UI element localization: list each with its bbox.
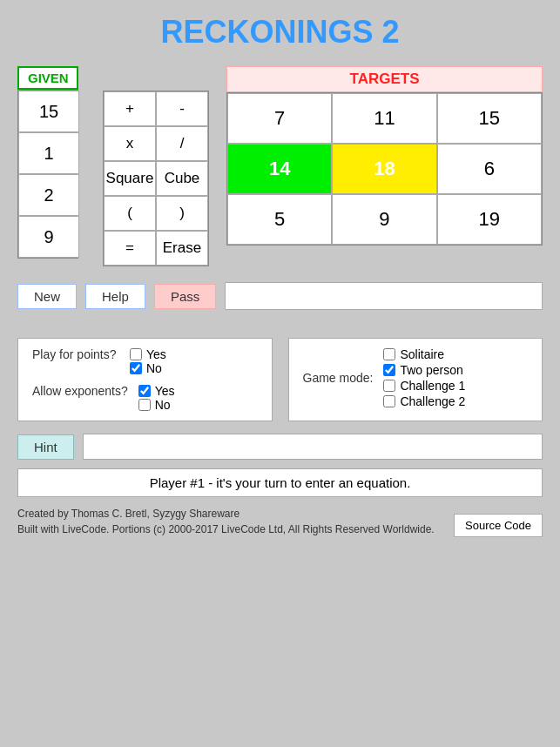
options-row: Play for points? Yes No Allow exponents? [17, 338, 543, 421]
exp-checkboxes: Yes No [138, 384, 175, 412]
op-minus[interactable]: - [156, 91, 208, 126]
op-square[interactable]: Square [104, 161, 156, 196]
targets-label: TARGETS [226, 66, 543, 92]
op-erase[interactable]: Erase [156, 231, 208, 266]
mode-solitaire-label: Solitaire [400, 347, 444, 361]
mode-solitaire-checkbox[interactable] [383, 348, 395, 360]
footer-text: Created by Thomas C. Bretl, Syzygy Share… [17, 506, 435, 537]
target-cell-2[interactable]: 15 [437, 93, 542, 144]
left-option-box: Play for points? Yes No Allow exponents? [17, 338, 273, 421]
mode-two-person-checkbox[interactable] [383, 364, 395, 376]
exp-no-label: No [155, 398, 171, 412]
operators-section: + - x / Square Cube ( ) = Erase [103, 91, 209, 266]
target-cell-7[interactable]: 9 [332, 194, 436, 245]
footer-line1: Created by Thomas C. Bretl, Syzygy Share… [17, 506, 435, 522]
game-mode-label: Game mode: [303, 371, 374, 385]
hint-button[interactable]: Hint [17, 434, 74, 460]
exp-no-checkbox[interactable] [138, 399, 151, 411]
given-section: GIVEN 15 1 2 9 [17, 66, 78, 259]
hint-input[interactable] [83, 434, 543, 460]
op-divide[interactable]: / [156, 126, 208, 161]
given-cell-3: 9 [18, 216, 79, 258]
play-yes-checkbox[interactable] [130, 348, 142, 360]
app-title: RECKONINGS 2 [17, 14, 543, 50]
buttons-row: New Help Pass [17, 282, 543, 310]
pass-button[interactable]: Pass [154, 284, 216, 309]
allow-exponents-group: Allow exponents? Yes No [32, 384, 258, 412]
op-open-paren[interactable]: ( [104, 196, 156, 231]
right-option-box: Game mode: Solitaire Two person Challeng… [288, 338, 543, 421]
mode-two-person-label: Two person [400, 363, 462, 377]
op-plus[interactable]: + [104, 91, 156, 126]
targets-section: TARGETS 7 11 15 14 18 6 5 9 19 [226, 66, 543, 246]
new-button[interactable]: New [17, 284, 77, 309]
target-cell-4[interactable]: 18 [332, 144, 436, 194]
mode-two-person-row: Two person [383, 363, 465, 377]
op-equals[interactable]: = [104, 231, 156, 266]
targets-grid: 7 11 15 14 18 6 5 9 19 [226, 92, 543, 246]
exp-no-row: No [138, 398, 175, 412]
mode-solitaire-row: Solitaire [383, 347, 465, 361]
exp-yes-checkbox[interactable] [138, 385, 151, 397]
target-cell-8[interactable]: 19 [437, 194, 542, 245]
play-no-row: No [130, 361, 166, 375]
target-cell-5[interactable]: 6 [437, 144, 542, 194]
op-multiply[interactable]: x [104, 126, 156, 161]
allow-exponents-label: Allow exponents? [32, 384, 128, 398]
play-for-points-group: Play for points? Yes No [32, 347, 258, 375]
play-yes-row: Yes [130, 347, 166, 361]
mode-challenge1-label: Challenge 1 [400, 379, 465, 393]
exp-yes-label: Yes [155, 384, 175, 398]
help-button[interactable]: Help [85, 284, 145, 309]
target-cell-0[interactable]: 7 [227, 93, 332, 144]
given-cell-2: 2 [18, 174, 79, 216]
mode-challenge2-label: Challenge 2 [400, 394, 465, 408]
footer: Created by Thomas C. Bretl, Syzygy Share… [17, 506, 543, 537]
mode-challenge1-checkbox[interactable] [383, 380, 395, 392]
equation-input[interactable] [225, 282, 543, 310]
play-no-label: No [146, 361, 162, 375]
target-cell-6[interactable]: 5 [227, 194, 332, 245]
play-checkboxes: Yes No [130, 347, 166, 375]
mode-challenge2-row: Challenge 2 [383, 394, 465, 408]
play-yes-label: Yes [146, 347, 166, 361]
play-no-checkbox[interactable] [130, 362, 142, 374]
given-cell-1: 1 [18, 132, 79, 174]
op-close-paren[interactable]: ) [156, 196, 208, 231]
footer-line2: Built with LiveCode. Portions (c) 2000-2… [17, 522, 435, 537]
given-cell-0: 15 [18, 91, 79, 132]
target-cell-3[interactable]: 14 [227, 144, 332, 194]
op-cube[interactable]: Cube [156, 161, 208, 196]
status-bar: Player #1 - it's your turn to enter an e… [17, 468, 543, 497]
mode-challenge2-checkbox[interactable] [383, 395, 395, 407]
source-code-button[interactable]: Source Code [454, 514, 543, 537]
exp-yes-row: Yes [138, 384, 175, 398]
given-label: GIVEN [17, 66, 78, 90]
mode-challenge1-row: Challenge 1 [383, 379, 465, 393]
game-mode-options: Solitaire Two person Challenge 1 Challen… [383, 347, 465, 408]
given-cells: 15 1 2 9 [17, 90, 78, 259]
target-cell-1[interactable]: 11 [332, 93, 436, 144]
hint-row: Hint [17, 434, 543, 460]
operators-grid: + - x / Square Cube ( ) = Erase [103, 91, 209, 266]
play-for-points-label: Play for points? [32, 347, 119, 361]
